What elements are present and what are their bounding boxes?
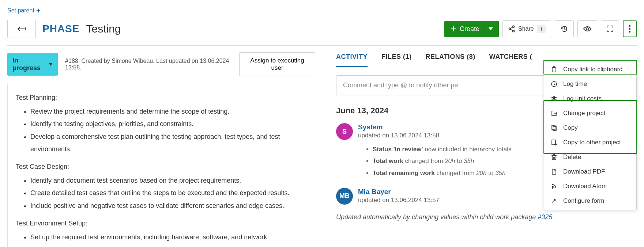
tab-files[interactable]: FILES (1) [381,48,412,67]
share-label: Share [518,26,534,32]
wrench-icon [551,198,557,204]
svg-rect-22 [553,126,556,130]
set-parent-link[interactable]: Set parent [7,7,41,14]
page-title[interactable]: Testing [86,23,121,35]
svg-point-13 [629,25,630,27]
create-label: Create [460,25,479,33]
svg-point-12 [586,28,588,30]
activity-date-header: June 13, 2024 [336,106,388,115]
svg-rect-16 [552,67,556,72]
history-button[interactable] [555,20,574,37]
share-button[interactable]: Share 1 [502,20,551,37]
plus-icon [450,26,457,32]
more-actions-button[interactable] [623,20,637,37]
avatar: MB [336,188,353,205]
menu-copy-to-other[interactable]: Copy to other project [544,135,636,150]
copy-to-icon [551,139,557,146]
desc-list-1: Review the project requirements and dete… [16,105,307,155]
work-package-meta: #188: Created by Simone Wibeau. Last upd… [65,58,232,71]
back-arrow-icon [16,26,27,32]
work-package-type: PHASE [42,23,79,35]
share-icon [508,25,515,33]
caret-down-icon [489,27,493,30]
share-count-badge: 1 [537,25,546,33]
desc-list-2: Identify and document test scenarios bas… [16,174,307,212]
watch-button[interactable] [577,20,597,37]
menu-log-unit-costs[interactable]: Log unit costs [544,91,636,106]
svg-point-15 [629,31,630,33]
avatar: S [336,123,353,140]
clipboard-icon [551,66,557,73]
caret-down-icon [49,63,53,66]
menu-delete[interactable]: Delete [544,150,636,164]
tab-relations[interactable]: RELATIONS (8) [426,48,475,67]
menu-change-project[interactable]: Change project [544,106,636,121]
desc-list-3: Set up the required test environments, i… [16,231,307,247]
history-icon [560,25,568,33]
svg-marker-6 [489,27,493,30]
back-button[interactable] [7,20,36,38]
pdf-icon [551,168,557,175]
svg-rect-21 [552,125,555,129]
menu-log-time[interactable]: Log time [544,77,636,91]
menu-download-atom[interactable]: Download Atom [544,179,636,194]
assign-button[interactable]: Assign to executing user [239,52,315,76]
svg-rect-24 [552,156,556,160]
set-parent-label: Set parent [7,7,34,14]
create-button[interactable]: Create [444,21,499,37]
menu-download-pdf[interactable]: Download PDF [544,164,636,179]
trash-icon [551,154,557,160]
status-label: In progress [12,57,45,72]
child-wp-link[interactable]: #325 [538,213,552,221]
more-actions-menu: Copy link to clipboard Log time Log unit… [544,60,637,210]
svg-point-29 [552,187,553,189]
eye-icon [583,26,592,32]
svg-line-10 [511,27,513,28]
svg-marker-20 [551,98,557,101]
svg-marker-30 [49,63,53,65]
rss-icon [551,183,557,189]
status-dropdown[interactable]: In progress [7,53,58,76]
clock-icon [551,81,557,87]
expand-icon [606,25,614,33]
menu-copy-link[interactable]: Copy link to clipboard [544,62,636,77]
kebab-icon [629,25,631,33]
plus-icon [36,8,41,13]
svg-point-14 [629,28,630,30]
menu-copy[interactable]: Copy [544,121,636,135]
tab-watchers[interactable]: WATCHERS ( [489,48,532,67]
menu-configure-form[interactable]: Configure form [544,194,636,208]
export-icon [551,110,557,116]
copy-icon [551,125,557,131]
stack-icon [551,96,557,102]
activity-auto-note: Updated automatically by changing values… [329,213,637,221]
svg-rect-23 [552,140,556,145]
tab-activity[interactable]: ACTIVITY [336,48,368,67]
description-content[interactable]: Test Planning: Review the project requir… [7,83,315,247]
svg-line-11 [511,29,513,31]
fullscreen-button[interactable] [601,20,619,37]
